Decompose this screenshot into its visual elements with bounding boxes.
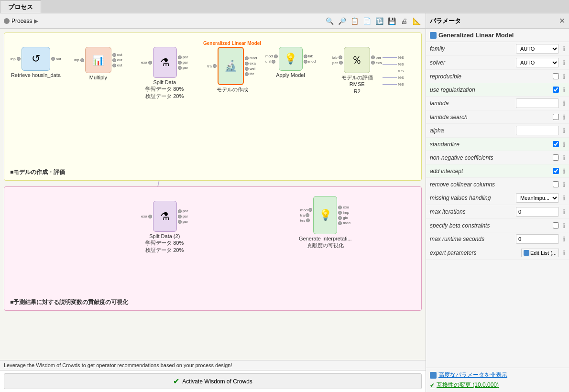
param-family-select[interactable]: AUTO	[516, 44, 559, 54]
region-pink: ■予測結果に対する説明変数の貢献度の可視化	[4, 186, 422, 311]
process-toolbar: Process ▶ 🔍 🔎 📋 📄 🔃 💾 🖨 📐	[0, 13, 426, 29]
param-max-runtime-info[interactable]: ℹ	[563, 235, 565, 243]
param-use-regularization-info[interactable]: ℹ	[563, 86, 565, 94]
param-solver-info[interactable]: ℹ	[563, 59, 565, 66]
param-max-iterations-info[interactable]: ℹ	[563, 208, 565, 216]
advanced-icon	[430, 372, 437, 379]
param-expert: expert parameters Edit List (... ℹ	[426, 246, 569, 260]
copy-icon[interactable]: 📋	[349, 16, 360, 26]
param-solver-label: solver	[430, 59, 516, 66]
param-lambda-label: lambda	[430, 100, 516, 107]
node-split2[interactable]: exa ⚗ par par par Split Data (2)	[141, 201, 188, 253]
breadcrumb: Process ▶	[4, 18, 38, 24]
param-solver-control: AUTO ℹ	[516, 58, 565, 67]
search-icon[interactable]: 🔍	[324, 16, 335, 26]
param-alpha-label: alpha	[430, 127, 516, 134]
bottom-info-bar: Leverage the Wisdom of Crowds to get ope…	[0, 360, 426, 370]
zoom-icon[interactable]: 🔎	[337, 16, 347, 26]
glm-icon: 🔬	[224, 60, 237, 72]
param-beta-constraints: specify beta constraints ℹ	[426, 219, 569, 232]
node-glm[interactable]: Generalized Linear Model tra 🔬 mod exa w…	[203, 41, 261, 93]
param-solver-select[interactable]: AUTO	[516, 58, 559, 67]
param-scroll-area[interactable]: family AUTO ℹ solver AUTO	[426, 42, 569, 368]
param-reproducible-info[interactable]: ℹ	[563, 73, 565, 80]
split2-icon: ⚗	[160, 210, 170, 223]
paste-icon[interactable]: 📄	[361, 16, 372, 26]
perf-icon: ％	[351, 53, 362, 67]
grid-icon[interactable]: 📐	[411, 16, 422, 26]
node-retrieve[interactable]: inp ↺ out Retrieve housin_data	[11, 47, 61, 78]
breadcrumb-text: Process	[11, 18, 32, 24]
param-standardize-checkbox[interactable]	[553, 141, 559, 147]
panel-section-title: Generalized Linear Model	[426, 29, 569, 42]
param-max-iterations: max iterations ℹ	[426, 205, 569, 219]
param-missing-values-info[interactable]: ℹ	[563, 194, 565, 202]
param-expert-info[interactable]: ℹ	[563, 249, 565, 257]
param-solver: solver AUTO ℹ	[426, 56, 569, 70]
process-canvas: ■モデルの作成・評価 ■予測結果に対する説明変数の貢献度の可視化 inp ↺	[0, 29, 426, 360]
refresh-icon[interactable]: 🔃	[374, 16, 384, 26]
param-lambda-info[interactable]: ℹ	[563, 99, 565, 107]
param-alpha-input[interactable]	[516, 126, 559, 135]
param-lambda-search-checkbox[interactable]	[553, 114, 559, 120]
param-expert-edit-button[interactable]: Edit List (...	[521, 249, 559, 257]
region-yellow-label: ■モデルの作成・評価	[10, 168, 65, 176]
param-alpha: alpha ℹ	[426, 124, 569, 138]
param-add-intercept-info[interactable]: ℹ	[563, 167, 565, 175]
param-alpha-info[interactable]: ℹ	[563, 127, 565, 134]
param-lambda: lambda ℹ	[426, 97, 569, 110]
region-pink-label: ■予測結果に対する説明変数の貢献度の可視化	[10, 298, 128, 306]
split-icon: ⚗	[160, 56, 170, 69]
retrieve-icon: ↺	[32, 53, 40, 65]
node-geninterp[interactable]: mod tra tes 💡 exa imp glo mod	[299, 196, 352, 249]
param-use-regularization-checkbox[interactable]	[553, 87, 559, 93]
node-apply[interactable]: mod unl 💡 lab mod Apply Model	[265, 47, 316, 78]
param-reproducible-checkbox[interactable]	[553, 73, 559, 79]
activate-button[interactable]: ✔ Activate Wisdom of Crowds	[4, 373, 422, 389]
param-non-negative-info[interactable]: ℹ	[563, 154, 565, 162]
save-icon[interactable]: 💾	[386, 16, 397, 26]
param-use-regularization: use regularization ℹ	[426, 83, 569, 97]
panel-close-button[interactable]: ✕	[559, 16, 565, 25]
apply-icon: 💡	[284, 53, 297, 65]
param-add-intercept-checkbox[interactable]	[553, 168, 559, 174]
geninterp-icon: 💡	[319, 209, 332, 221]
param-beta-constraints-checkbox[interactable]	[553, 222, 559, 229]
advanced-params-link[interactable]: 高度なパラメータを非表示	[430, 371, 565, 379]
port-inp	[80, 58, 84, 62]
print-icon[interactable]: 🖨	[399, 16, 409, 26]
param-add-intercept-label: add intercept	[430, 168, 553, 174]
param-lambda-search-info[interactable]: ℹ	[563, 113, 565, 121]
param-max-runtime-input[interactable]	[516, 234, 559, 244]
param-expert-label: expert parameters	[430, 250, 521, 256]
param-remove-collinear-checkbox[interactable]	[553, 181, 559, 187]
param-use-regularization-label: use regularization	[430, 87, 553, 93]
node-multiply[interactable]: inp 📊 out out out Multiply	[74, 47, 122, 81]
right-panel: パラメータ ✕ Generalized Linear Model family …	[426, 13, 569, 392]
retrieve-label: Retrieve housin_data	[11, 72, 61, 78]
activate-label: Activate Wisdom of Crowds	[182, 378, 252, 385]
param-standardize-info[interactable]: ℹ	[563, 141, 565, 148]
param-remove-collinear-label: remove collinear columns	[430, 181, 553, 188]
param-max-iterations-input[interactable]	[516, 207, 559, 217]
tab-process[interactable]: プロセス	[0, 0, 41, 13]
node-split[interactable]: exa ⚗ par par par Split Data 学習デー	[141, 47, 188, 99]
param-family-info[interactable]: ℹ	[563, 45, 565, 53]
compat-link[interactable]: ✔ 互換性の変更 (10.0.000)	[430, 381, 565, 389]
param-missing-values-select[interactable]: MeanImpu...	[516, 193, 559, 203]
multiply-icon: 📊	[92, 54, 104, 66]
split-label: Split Data 学習データ 80% 検証データ 20%	[145, 79, 184, 99]
param-non-negative-checkbox[interactable]	[553, 154, 559, 161]
param-remove-collinear-info[interactable]: ℹ	[563, 181, 565, 188]
param-beta-constraints-info[interactable]: ℹ	[563, 222, 565, 229]
split2-label: Split Data (2) 学習データ 80% 検証データ 20%	[145, 233, 184, 253]
param-lambda-input[interactable]	[516, 98, 559, 108]
breadcrumb-arrow: ▶	[34, 18, 38, 24]
port-inp	[17, 57, 21, 61]
panel-title: パラメータ	[430, 17, 559, 25]
wisdom-text: Leverage the Wisdom of Crowds to get ope…	[4, 362, 232, 368]
param-add-intercept: add intercept ℹ	[426, 164, 569, 178]
param-missing-values: missing values handling MeanImpu... ℹ	[426, 191, 569, 205]
node-performance[interactable]: lab per ％ per exa モデルの評価 RMSE	[332, 47, 382, 95]
compat-check-icon: ✔	[430, 382, 435, 389]
